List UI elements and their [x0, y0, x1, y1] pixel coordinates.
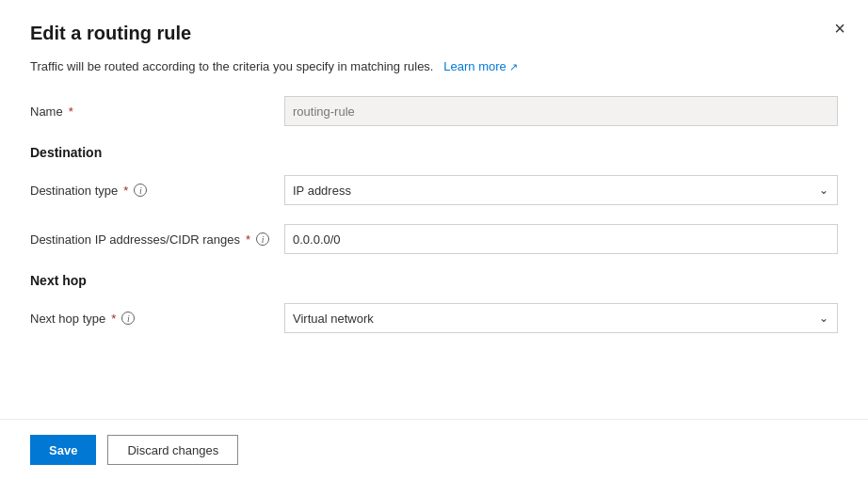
edit-routing-rule-dialog: Edit a routing rule × Traffic will be ro…: [0, 0, 868, 480]
nexthop-type-row: Next hop type * i Virtual network Virtua…: [30, 303, 838, 333]
destination-type-required-indicator: *: [123, 184, 128, 198]
destination-type-select-wrapper: IP address Service Tag ⌄: [284, 175, 838, 205]
save-button[interactable]: Save: [30, 435, 96, 465]
name-row: Name *: [30, 96, 838, 126]
external-link-icon: ↗: [509, 61, 518, 72]
dialog-title: Edit a routing rule: [30, 23, 838, 44]
dialog-body: Edit a routing rule × Traffic will be ro…: [0, 0, 868, 419]
name-field-wrapper: [284, 96, 838, 126]
destination-ip-info-icon[interactable]: i: [256, 232, 269, 246]
nexthop-type-field-wrapper: Virtual network Virtual network gateway …: [284, 303, 838, 333]
nexthop-type-select-wrapper: Virtual network Virtual network gateway …: [284, 303, 838, 333]
info-text-main: Traffic will be routed according to the …: [30, 59, 433, 73]
destination-ip-field-wrapper: [284, 224, 838, 254]
destination-type-label: Destination type * i: [30, 184, 284, 198]
dialog-footer: Save Discard changes: [0, 419, 868, 480]
destination-ip-input[interactable]: [284, 224, 838, 254]
name-label: Name *: [30, 104, 284, 119]
destination-ip-label: Destination IP addresses/CIDR ranges * i: [30, 232, 284, 247]
destination-type-field-wrapper: IP address Service Tag ⌄: [284, 175, 838, 205]
destination-ip-required-indicator: *: [246, 232, 250, 247]
nexthop-type-required-indicator: *: [111, 312, 116, 326]
learn-more-link[interactable]: Learn more ↗: [443, 59, 518, 73]
destination-ip-row: Destination IP addresses/CIDR ranges * i: [30, 224, 838, 254]
discard-changes-button[interactable]: Discard changes: [107, 435, 238, 465]
close-button[interactable]: ×: [830, 15, 849, 41]
nexthop-type-info-icon[interactable]: i: [121, 312, 135, 325]
destination-type-row: Destination type * i IP address Service …: [30, 175, 838, 205]
name-required-indicator: *: [69, 104, 73, 119]
nexthop-type-select[interactable]: Virtual network Virtual network gateway …: [284, 303, 838, 333]
nexthop-type-label: Next hop type * i: [30, 312, 284, 326]
destination-type-select[interactable]: IP address Service Tag: [284, 175, 838, 205]
nexthop-section-title: Next hop: [30, 273, 838, 288]
info-text: Traffic will be routed according to the …: [30, 59, 838, 73]
destination-section-title: Destination: [30, 145, 838, 160]
destination-type-info-icon[interactable]: i: [134, 184, 147, 197]
name-input[interactable]: [284, 96, 838, 126]
